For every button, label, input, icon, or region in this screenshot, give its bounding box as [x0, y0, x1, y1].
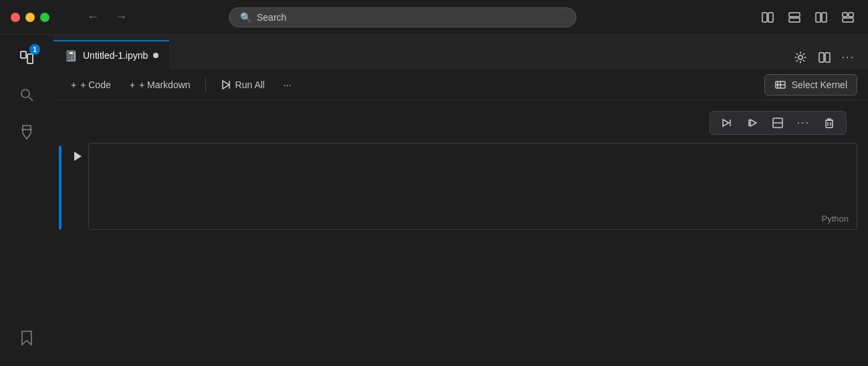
forward-button[interactable]: → — [110, 7, 132, 27]
select-kernel-button[interactable]: Select Kernel — [764, 74, 857, 96]
svg-point-14 — [798, 55, 802, 59]
search-label: Search — [257, 12, 286, 23]
explorer-badge: 1 — [29, 44, 40, 55]
sidebar-item-explorer[interactable]: 1 — [9, 40, 44, 75]
svg-rect-3 — [789, 18, 800, 22]
search-bar[interactable]: 🔍 Search — [229, 7, 576, 27]
notebook-tab-icon: 📓 — [64, 49, 78, 62]
svg-rect-0 — [762, 13, 767, 22]
svg-rect-1 — [768, 13, 773, 22]
notebook-tab-title: Untitled-1.ipynb — [83, 50, 148, 61]
plus-icon: + — [71, 79, 76, 90]
more-dots: ··· — [842, 51, 855, 63]
svg-marker-17 — [223, 81, 229, 89]
sidebar-item-testing[interactable] — [9, 115, 44, 150]
svg-rect-6 — [843, 13, 847, 17]
editor-toolbar: + + Code + + Markdown Run All ··· — [53, 69, 868, 100]
notebook-area: ··· — [53, 100, 868, 366]
traffic-lights — [11, 13, 49, 22]
split-cell-button[interactable] — [766, 114, 789, 132]
editor-layout-icon[interactable] — [785, 8, 804, 27]
svg-line-12 — [29, 97, 33, 101]
more-actions-icon-button[interactable]: ··· — [839, 47, 857, 67]
sidebar-item-bookmarks[interactable] — [9, 321, 44, 355]
plus-markdown-icon: + — [130, 79, 135, 90]
add-markdown-label: + Markdown — [139, 79, 191, 90]
toolbar-separator — [205, 78, 206, 92]
more-toolbar-icon: ··· — [284, 79, 292, 90]
run-below-button[interactable] — [741, 114, 764, 132]
close-button[interactable] — [11, 13, 20, 22]
delete-cell-button[interactable] — [818, 114, 841, 132]
svg-point-11 — [21, 89, 29, 98]
tab-modified-dot — [153, 53, 158, 58]
titlebar-right-icons — [758, 8, 857, 27]
cell-toolbar: ··· — [710, 111, 847, 135]
cell-editor[interactable]: Python — [88, 143, 857, 230]
svg-rect-4 — [816, 13, 821, 22]
settings-icon-button[interactable] — [791, 47, 810, 67]
svg-rect-10 — [27, 54, 33, 63]
cell-more-icon: ··· — [797, 117, 810, 129]
run-all-button[interactable]: Run All — [214, 77, 272, 93]
split-vertical-icon[interactable] — [812, 8, 831, 27]
kernel-icon — [774, 79, 786, 91]
add-code-label: + Code — [80, 79, 111, 90]
run-above-button[interactable] — [716, 114, 738, 132]
svg-rect-9 — [21, 51, 26, 58]
main-layout: 1 📓 Untitled-1.ipynb — [0, 35, 868, 366]
cell-toolbar-wrapper: ··· — [59, 111, 857, 140]
cell-more-button[interactable]: ··· — [792, 114, 815, 132]
svg-rect-7 — [849, 13, 853, 17]
nav-buttons: ← → — [82, 7, 132, 27]
cell-language-label: Python — [822, 214, 849, 224]
split-notebook-icon-button[interactable] — [815, 47, 834, 67]
minimize-button[interactable] — [25, 13, 35, 22]
tab-bar: 📓 Untitled-1.ipynb — [53, 35, 868, 69]
svg-rect-15 — [819, 53, 824, 62]
add-markdown-button[interactable]: + + Markdown — [123, 77, 197, 93]
svg-rect-2 — [789, 13, 800, 17]
search-icon: 🔍 — [240, 12, 251, 23]
cell-run-button[interactable] — [67, 143, 88, 167]
back-button[interactable]: ← — [82, 7, 104, 27]
sidebar-item-search[interactable] — [9, 77, 44, 112]
select-kernel-label: Select Kernel — [792, 79, 847, 90]
content-area: 📓 Untitled-1.ipynb — [53, 35, 868, 366]
run-all-icon — [221, 79, 231, 90]
svg-rect-5 — [822, 13, 827, 22]
svg-rect-29 — [826, 120, 833, 128]
add-code-button[interactable]: + + Code — [64, 77, 118, 93]
maximize-button[interactable] — [40, 13, 49, 22]
svg-marker-23 — [723, 120, 729, 126]
cell-active-indicator — [59, 146, 62, 230]
split-editor-icon[interactable] — [758, 8, 777, 27]
svg-marker-26 — [750, 120, 756, 126]
svg-rect-8 — [843, 18, 853, 22]
titlebar: ← → 🔍 Search — [0, 0, 868, 35]
activity-bar: 1 — [0, 35, 53, 366]
run-all-label: Run All — [235, 79, 265, 90]
tab-bar-right-buttons: ··· — [791, 47, 868, 69]
notebook-tab[interactable]: 📓 Untitled-1.ipynb — [53, 40, 169, 69]
svg-marker-32 — [74, 152, 82, 161]
customize-layout-icon[interactable] — [839, 8, 857, 27]
more-toolbar-button[interactable]: ··· — [277, 77, 298, 93]
svg-rect-16 — [825, 53, 830, 62]
code-cell: Python — [59, 143, 857, 230]
